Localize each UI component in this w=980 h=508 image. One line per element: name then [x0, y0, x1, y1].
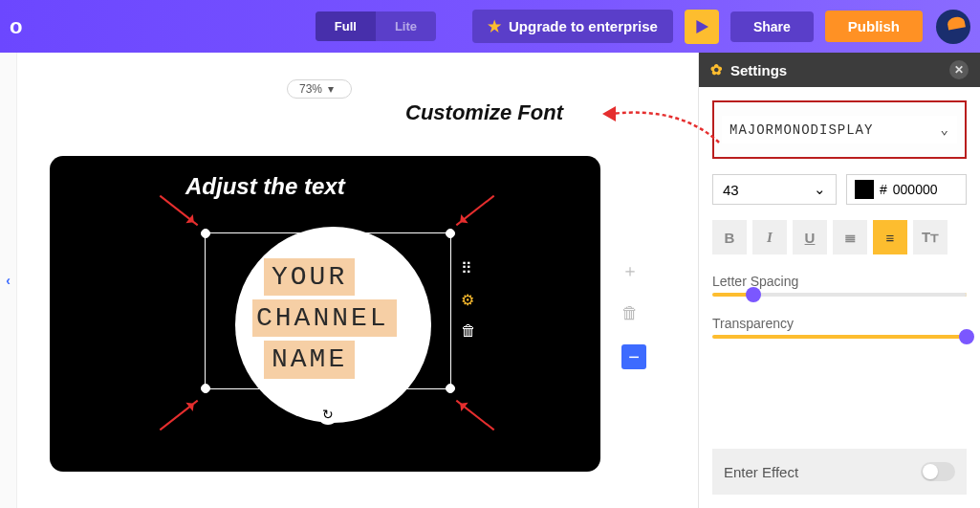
list-button[interactable]: ≣: [833, 220, 867, 254]
transparency-section: Transparency: [712, 312, 967, 339]
text-case-button[interactable]: Tᴛ: [913, 220, 947, 254]
effect-toggle[interactable]: [921, 462, 955, 481]
resize-handle-bl[interactable]: [201, 384, 210, 393]
enter-effect-row[interactable]: Enter Effect: [712, 449, 967, 495]
settings-title: Settings: [730, 62, 787, 78]
resize-handle-tr[interactable]: [446, 229, 455, 238]
mode-lite-button[interactable]: Lite: [376, 11, 436, 41]
caret-down-icon: ▾: [328, 82, 334, 96]
publish-button[interactable]: Publish: [825, 11, 923, 42]
bold-button[interactable]: B: [712, 220, 747, 254]
rotate-handle[interactable]: ↻: [317, 404, 338, 425]
top-header: o Full Lite ★ Upgrade to enterprise Shar…: [0, 0, 980, 53]
resize-handle-br[interactable]: [446, 384, 455, 393]
canvas-side-strip: ＋ 🗑 −: [621, 259, 646, 369]
trash-icon[interactable]: 🗑: [461, 322, 476, 340]
slider-knob[interactable]: [746, 287, 761, 302]
logo: o: [10, 14, 22, 39]
svg-marker-0: [696, 20, 708, 33]
font-select-highlight: MAJORMONODISPLAY ⌄: [712, 100, 967, 159]
zoom-dropdown[interactable]: 73% ▾: [287, 79, 352, 99]
gear-icon: ✿: [710, 61, 723, 78]
adjust-text-label: Adjust the text: [185, 173, 345, 200]
letter-spacing-slider[interactable]: [712, 293, 967, 297]
annotation-arrow-icon: [595, 104, 729, 171]
settings-header: ✿ Settings ✕: [699, 53, 980, 87]
resize-handle-tl[interactable]: [201, 229, 210, 238]
font-size-value: 43: [723, 182, 739, 198]
format-button-row: B I U ≣ ≡ Tᴛ: [712, 220, 967, 254]
underline-button[interactable]: U: [793, 220, 827, 254]
font-name: MAJORMONODISPLAY: [730, 122, 873, 138]
upgrade-button[interactable]: ★ Upgrade to enterprise: [472, 10, 673, 43]
annotation-customize-font: Customize Font: [405, 100, 563, 125]
selection-box[interactable]: ↻: [205, 232, 451, 389]
slider-knob[interactable]: [959, 329, 974, 344]
play-icon: [695, 20, 708, 33]
size-color-row: 43 ⌄ # 000000: [712, 174, 967, 205]
slider-track: [753, 293, 967, 297]
color-hex: 000000: [893, 182, 938, 197]
body-area: ‹ 73% ▾ Customize Font Adjust the text Y…: [0, 53, 980, 508]
share-button[interactable]: Share: [730, 11, 814, 42]
hash-label: #: [880, 182, 887, 197]
layers-icon[interactable]: ⠿: [461, 259, 476, 277]
italic-button[interactable]: I: [752, 220, 787, 254]
settings-body: MAJORMONODISPLAY ⌄ 43 ⌄ # 000000 B I U: [699, 87, 980, 508]
color-swatch: [855, 180, 874, 199]
font-family-select[interactable]: MAJORMONODISPLAY ⌄: [722, 116, 957, 144]
chevron-left-icon: ‹: [6, 273, 11, 288]
mode-toggle: Full Lite: [316, 11, 436, 41]
left-sidebar-collapse[interactable]: ‹: [0, 53, 17, 508]
font-size-select[interactable]: 43 ⌄: [712, 174, 837, 205]
chevron-down-icon: ⌄: [941, 121, 949, 138]
upgrade-label: Upgrade to enterprise: [509, 18, 658, 34]
canvas-area: 73% ▾ Customize Font Adjust the text YOU…: [17, 53, 698, 508]
color-input[interactable]: # 000000: [846, 174, 967, 205]
close-button[interactable]: ✕: [949, 60, 969, 79]
play-button[interactable]: [685, 10, 719, 44]
chevron-down-icon: ⌄: [814, 181, 826, 198]
collapse-button[interactable]: −: [621, 344, 646, 369]
avatar[interactable]: [936, 10, 970, 44]
letter-spacing-section: Letter Spacing: [712, 270, 967, 297]
transparency-label: Transparency: [712, 316, 967, 331]
align-center-button[interactable]: ≡: [873, 220, 907, 254]
gear-icon[interactable]: ⚙: [461, 291, 476, 309]
star-icon: ★: [488, 17, 501, 35]
zoom-value: 73%: [299, 82, 322, 96]
settings-panel: ✿ Settings ✕ MAJORMONODISPLAY ⌄ 43 ⌄ # 0: [698, 53, 980, 508]
enter-effect-label: Enter Effect: [724, 464, 798, 480]
delete-button[interactable]: 🗑: [621, 303, 646, 323]
add-button[interactable]: ＋: [621, 259, 646, 282]
transparency-slider[interactable]: [712, 335, 967, 339]
context-toolbar: ⠿ ⚙ 🗑: [461, 259, 476, 340]
svg-marker-1: [602, 106, 616, 121]
mode-full-button[interactable]: Full: [316, 11, 376, 41]
